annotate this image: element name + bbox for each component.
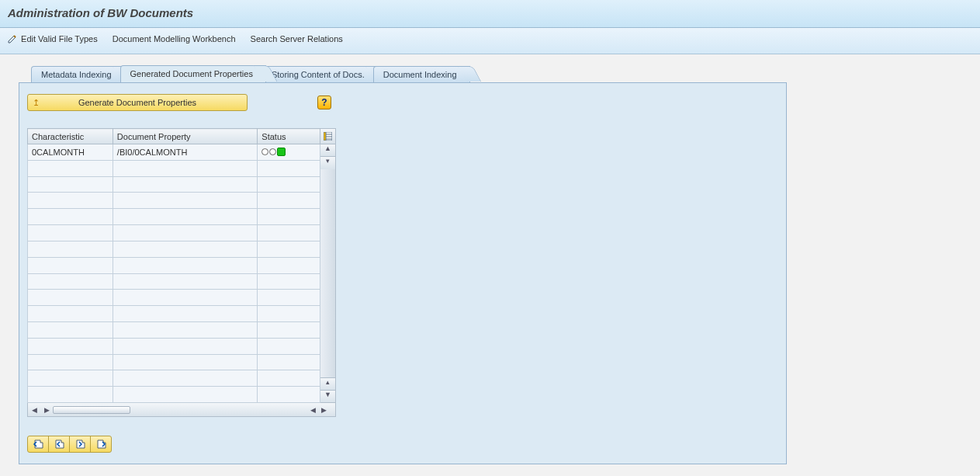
scroll-line-up-icon[interactable]: ▾ (320, 157, 335, 169)
cell-empty[interactable] (113, 193, 257, 209)
table-row[interactable] (28, 338, 320, 354)
cell-empty[interactable] (28, 209, 113, 225)
doc-workbench-button[interactable]: Document Modelling Workbench (113, 34, 236, 43)
cell-empty[interactable] (28, 160, 113, 176)
table-row[interactable] (28, 225, 320, 241)
scroll-line-down-icon[interactable]: ▴ (320, 377, 335, 390)
cell-empty[interactable] (258, 338, 320, 354)
cell-status[interactable] (258, 144, 320, 161)
first-page-button[interactable] (27, 436, 49, 453)
cell-characteristic[interactable]: 0CALMONTH (28, 144, 113, 161)
col-status[interactable]: Status (258, 129, 320, 144)
scroll-left-icon[interactable]: ◀ (28, 406, 40, 414)
scroll-thumb[interactable] (53, 406, 130, 414)
cell-empty[interactable] (258, 273, 320, 290)
horizontal-scrollbar[interactable]: ◀ ▶ ◀ ▶ (27, 403, 336, 417)
table-row[interactable] (28, 160, 320, 176)
cell-empty[interactable] (28, 321, 113, 338)
cell-empty[interactable] (28, 387, 113, 403)
cell-empty[interactable] (258, 306, 320, 322)
cell-empty[interactable] (28, 193, 113, 209)
cell-empty[interactable] (113, 160, 257, 176)
cell-property[interactable]: /BI0/0CALMONTH (113, 144, 257, 161)
cell-empty[interactable] (28, 354, 113, 370)
tab-storing-content[interactable]: Storing Content of Docs. (261, 66, 378, 82)
cell-empty[interactable] (28, 306, 113, 322)
generate-doc-properties-button[interactable]: ↥ Generate Document Properties (27, 94, 248, 111)
cell-empty[interactable] (258, 176, 320, 193)
paging-toolbar (27, 436, 778, 453)
tab-document-indexing[interactable]: Document Indexing (373, 66, 470, 82)
cell-empty[interactable] (113, 321, 257, 338)
table-row[interactable] (28, 193, 320, 209)
col-document-property[interactable]: Document Property (113, 129, 257, 144)
help-icon[interactable]: ? (317, 96, 331, 109)
cell-empty[interactable] (258, 321, 320, 338)
status-light-off-icon (269, 148, 276, 155)
cell-empty[interactable] (113, 176, 257, 193)
properties-table: Characteristic Document Property Status … (27, 128, 320, 403)
cell-empty[interactable] (28, 176, 113, 193)
action-row: ↥ Generate Document Properties ? (27, 94, 778, 111)
cell-empty[interactable] (258, 193, 320, 209)
cell-empty[interactable] (258, 160, 320, 176)
cell-empty[interactable] (258, 370, 320, 387)
cell-empty[interactable] (258, 387, 320, 403)
cell-empty[interactable] (113, 387, 257, 403)
cell-empty[interactable] (113, 338, 257, 354)
table-row[interactable] (28, 370, 320, 387)
next-page-button[interactable] (69, 436, 91, 453)
cell-empty[interactable] (28, 257, 113, 273)
pencil-icon (8, 34, 17, 43)
scroll-right-icon[interactable]: ▶ (318, 406, 329, 414)
scroll-down-icon[interactable]: ▼ (320, 390, 335, 402)
prev-page-button[interactable] (48, 436, 70, 453)
cell-empty[interactable] (113, 273, 257, 290)
edit-file-types-button[interactable]: Edit Valid File Types (8, 34, 98, 43)
table-row[interactable] (28, 321, 320, 338)
tab-generated-doc-properties[interactable]: Generated Document Properties (120, 65, 266, 82)
vertical-scrollbar[interactable]: ▲ ▾ ▴ ▼ (320, 144, 335, 402)
last-page-button[interactable] (90, 436, 112, 453)
table-row[interactable]: 0CALMONTH/BI0/0CALMONTH (28, 144, 320, 161)
cell-empty[interactable] (28, 273, 113, 290)
cell-empty[interactable] (113, 290, 257, 306)
table-row[interactable] (28, 387, 320, 403)
table-row[interactable] (28, 306, 320, 322)
cell-empty[interactable] (113, 209, 257, 225)
page-body: Metadata Indexing Generated Document Pro… (0, 54, 980, 476)
scroll-col-left-icon[interactable]: ▶ (40, 406, 53, 414)
cell-empty[interactable] (28, 241, 113, 257)
cell-empty[interactable] (258, 257, 320, 273)
table-row[interactable] (28, 257, 320, 273)
table-row[interactable] (28, 273, 320, 290)
cell-empty[interactable] (113, 225, 257, 241)
scroll-up-icon[interactable]: ▲ (320, 144, 335, 157)
cell-empty[interactable] (258, 290, 320, 306)
cell-empty[interactable] (258, 354, 320, 370)
table-row[interactable] (28, 290, 320, 306)
table-row[interactable] (28, 241, 320, 257)
tab-metadata-indexing[interactable]: Metadata Indexing (31, 66, 125, 82)
cell-empty[interactable] (258, 225, 320, 241)
cell-empty[interactable] (113, 306, 257, 322)
execute-arrow-icon: ↥ (33, 98, 40, 108)
cell-empty[interactable] (113, 354, 257, 370)
cell-empty[interactable] (28, 225, 113, 241)
table-row[interactable] (28, 354, 320, 370)
cell-empty[interactable] (258, 209, 320, 225)
cell-empty[interactable] (113, 370, 257, 387)
page-prev-icon (54, 439, 64, 450)
cell-empty[interactable] (113, 257, 257, 273)
cell-empty[interactable] (28, 370, 113, 387)
col-characteristic[interactable]: Characteristic (28, 129, 113, 144)
cell-empty[interactable] (258, 241, 320, 257)
table-row[interactable] (28, 209, 320, 225)
cell-empty[interactable] (28, 290, 113, 306)
cell-empty[interactable] (113, 241, 257, 257)
search-relations-button[interactable]: Search Server Relations (251, 34, 343, 43)
table-row[interactable] (28, 176, 320, 193)
scroll-col-right-icon[interactable]: ◀ (307, 406, 318, 414)
cell-empty[interactable] (28, 338, 113, 354)
table-settings-button[interactable] (320, 129, 335, 144)
